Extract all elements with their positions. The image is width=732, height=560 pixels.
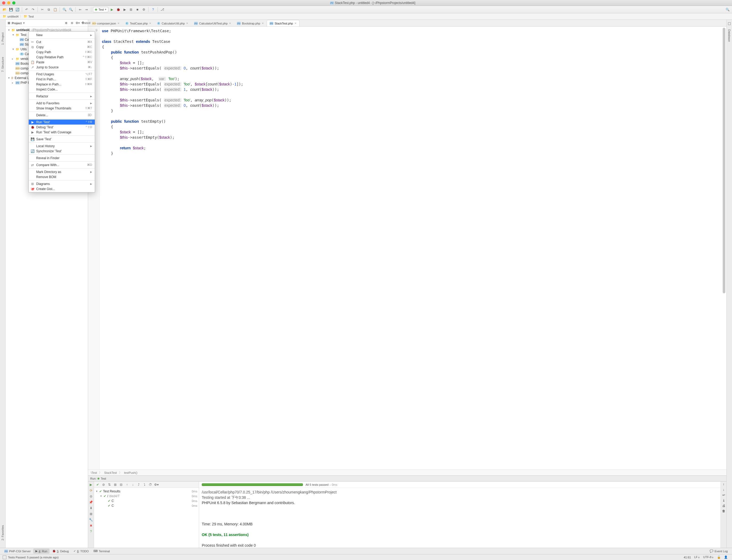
import-icon[interactable]: ⤵ xyxy=(142,482,147,487)
maximize-window-button[interactable] xyxy=(12,1,15,5)
save-all-button[interactable]: 💾 xyxy=(8,7,14,13)
open-file-button[interactable]: 📂 xyxy=(2,7,7,13)
collapse-all-icon[interactable]: ⊟ xyxy=(118,482,124,487)
export-icon[interactable]: ⤴ xyxy=(136,482,141,487)
menu-item-copy-relative-path[interactable]: Copy Relative Path⌃⇧⌘C xyxy=(29,55,95,60)
close-tab-icon[interactable]: ✕ xyxy=(229,22,231,25)
editor-tab[interactable]: composer.json✕ xyxy=(89,20,122,26)
breadcrumb-item[interactable]: \Test xyxy=(91,471,97,474)
close-tab-icon[interactable]: ✕ xyxy=(117,22,120,25)
git-icon[interactable]: 🔓 xyxy=(715,555,722,559)
cut-button[interactable]: ✂ xyxy=(39,7,45,13)
structure-tool-tab[interactable]: 7: Structure xyxy=(1,55,5,74)
menu-item-delete[interactable]: Delete...⌦ xyxy=(29,113,95,118)
layout-icon[interactable]: ⊞ xyxy=(89,512,93,516)
dump-icon[interactable]: ⬇ xyxy=(89,506,93,510)
test-result-row[interactable]: ✔C0ms xyxy=(94,503,199,508)
prev-icon[interactable]: ↑ xyxy=(124,482,130,487)
close-tab-icon[interactable]: ✕ xyxy=(149,22,151,25)
bottom-tab-run[interactable]: ▶4: Run xyxy=(33,549,49,554)
bottom-tab-php-cgi-server[interactable]: PHP-CGI Server xyxy=(2,549,33,554)
close-tab-icon[interactable]: ✕ xyxy=(262,22,264,25)
menu-item-compare-with[interactable]: ⇄Compare With...⌘D xyxy=(29,162,95,167)
breadcrumb-item[interactable]: testPush() xyxy=(124,471,137,474)
menu-item-paste[interactable]: 📋Paste⌘V xyxy=(29,60,95,65)
caret-position[interactable]: 41:61 xyxy=(682,556,693,559)
line-separator[interactable]: LF⇣ xyxy=(693,555,702,559)
collapse-all-icon[interactable]: ⊖ xyxy=(70,21,74,25)
menu-item-add-to-favorites[interactable]: Add to Favorites▶ xyxy=(29,101,95,106)
breadcrumb-item[interactable]: untitled4 xyxy=(3,15,19,18)
minimap-icon[interactable] xyxy=(728,22,731,25)
show-ignored-icon[interactable]: ⊘ xyxy=(101,482,106,487)
replace-button[interactable]: 🔍 xyxy=(68,7,74,13)
project-tool-tab[interactable]: 1: Project xyxy=(1,30,5,47)
history-icon[interactable]: ⏱ xyxy=(148,482,153,487)
soft-wrap-icon[interactable]: ↩ xyxy=(722,493,725,497)
down-icon[interactable]: ↓ xyxy=(723,488,725,492)
menu-item-copy-path[interactable]: Copy Path⇧⌘C xyxy=(29,50,95,55)
profile-button[interactable]: ⊞ xyxy=(128,7,134,13)
hide-panel-icon[interactable]: �ated xyxy=(81,21,86,25)
menu-item-diagrams[interactable]: ⊞Diagrams▶ xyxy=(29,181,95,186)
menu-item-new[interactable]: New▶ xyxy=(29,32,95,38)
help-icon[interactable]: ? xyxy=(89,529,93,534)
editor-tab[interactable]: StackTest.php✕ xyxy=(267,20,299,26)
project-tree[interactable]: ▼untitled4 ~/PhpstormProjects/untitled4 … xyxy=(6,27,88,86)
help-button[interactable]: ? xyxy=(150,7,156,13)
gear-icon[interactable]: ⚙▾ xyxy=(154,482,159,487)
bottom-tab-debug[interactable]: 🐞5: Debug xyxy=(50,549,71,554)
clear-icon[interactable]: 🗑 xyxy=(722,509,725,513)
menu-item-synchronize-test[interactable]: 🔄Synchronize 'Test' xyxy=(29,149,95,154)
code-editor[interactable]: 9 use PHPUnit\Framework\TestCase; class … xyxy=(88,27,726,470)
run-button[interactable]: ▶ xyxy=(109,7,115,13)
event-log-tab[interactable]: 💬Event Log xyxy=(708,549,730,554)
run-config-selector[interactable]: ◉ Test ▾ xyxy=(93,7,108,12)
menu-item-copy[interactable]: ⧉Copy⌘C xyxy=(29,44,95,50)
close-icon[interactable]: ✖ xyxy=(89,524,93,528)
menu-item-local-history[interactable]: Local History▶ xyxy=(29,143,95,149)
find-button[interactable]: 🔍 xyxy=(61,7,67,13)
search-everywhere-button[interactable]: 🔍 xyxy=(725,7,730,13)
menu-item-reveal-in-finder[interactable]: Reveal in Finder xyxy=(29,155,95,160)
stop-button[interactable]: ■ xyxy=(134,7,140,13)
editor-tab[interactable]: Bootstrap.php✕ xyxy=(234,20,267,26)
menu-item-inspect-code[interactable]: Inspect Code... xyxy=(29,87,95,92)
inspector-icon[interactable]: 👤 xyxy=(722,555,729,559)
back-button[interactable]: ⇐ xyxy=(77,7,83,13)
menu-item-create-gist[interactable]: 🐙Create Gist... xyxy=(29,186,95,191)
bottom-tab-terminal[interactable]: ⌨Terminal xyxy=(91,549,112,554)
breadcrumb-item[interactable]: StackTest xyxy=(104,471,117,474)
print-icon[interactable]: 🖨 xyxy=(722,504,725,508)
menu-item-replace-in-path[interactable]: Replace in Path...⇧⌘R xyxy=(29,82,95,87)
console-output[interactable]: /usr/local/Cellar/php70/7.0.25_17/bin/ph… xyxy=(199,488,721,548)
test-result-row[interactable]: ▼✔Test Results0ms xyxy=(94,489,199,494)
editor-tab[interactable]: TestCase.php✕ xyxy=(122,20,154,26)
undo-button[interactable]: ↶ xyxy=(24,7,30,13)
sort-icon[interactable]: ⇅ xyxy=(107,482,112,487)
ide-scripting-button[interactable]: ⚙ xyxy=(141,7,147,13)
rerun-button[interactable]: ▶ xyxy=(89,483,93,487)
bottom-tab-todo[interactable]: ✓6: TODO xyxy=(71,549,91,554)
test-result-row[interactable]: ✔C0ms xyxy=(94,499,199,503)
breadcrumb-item[interactable]: Test xyxy=(24,15,34,18)
expand-all-icon[interactable]: ⊞ xyxy=(113,482,118,487)
menu-item-cut[interactable]: ✂Cut⌘X xyxy=(29,39,95,44)
paste-button[interactable]: 📋 xyxy=(52,7,58,13)
database-tool-tab[interactable]: Database xyxy=(727,27,731,44)
minimize-window-button[interactable] xyxy=(7,1,10,5)
toggle-tool-windows-icon[interactable] xyxy=(3,555,6,559)
scroll-to-end-icon[interactable]: ⤓ xyxy=(722,499,725,502)
test-result-row[interactable]: ▼✔/itled4/T0ms xyxy=(94,494,199,499)
editor-tab[interactable]: CalculatorUtil.php✕ xyxy=(154,20,191,26)
show-passed-icon[interactable]: ✔ xyxy=(95,482,100,487)
forward-button[interactable]: ⇒ xyxy=(84,7,89,13)
redo-button[interactable]: ↷ xyxy=(30,7,36,13)
menu-item-run-test-with-coverage[interactable]: ▶Run 'Test' with Coverage xyxy=(29,130,95,135)
menu-item-mark-directory-as[interactable]: Mark Directory as▶ xyxy=(29,169,95,174)
menu-item-find-usages[interactable]: Find Usages⌥F7 xyxy=(29,72,95,77)
sync-button[interactable]: 🔄 xyxy=(14,7,20,13)
settings-icon[interactable]: 🔧 xyxy=(89,518,93,522)
vcs-button[interactable]: ⎇ xyxy=(159,7,165,13)
coverage-button[interactable]: ▶ xyxy=(122,7,128,13)
